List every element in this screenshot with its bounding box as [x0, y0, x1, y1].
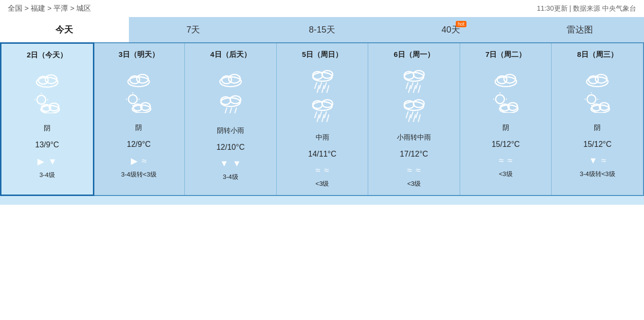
wind-level: 3-4级转<3级 [121, 170, 157, 179]
svg-line-36 [324, 83, 326, 89]
svg-line-44 [320, 112, 322, 118]
weather-desc: 阴转小雨 [217, 126, 244, 135]
weather-icon-bottom [583, 91, 612, 115]
wind-icon-bottom: ≈ [142, 156, 146, 166]
day-label: 8日（周三） [577, 50, 618, 59]
weather-icons [399, 68, 429, 124]
svg-line-34 [315, 83, 317, 89]
wind-level: 3-4级 [223, 173, 238, 181]
breadcrumb: 全国 > 福建 > 平潭 > 城区 [8, 4, 91, 13]
weather-day-4: 6日（周一） 小雨转中雨 17/12°C [368, 43, 460, 195]
wind-icon-top: ≈ [407, 165, 412, 176]
weather-day-1: 3日（明天） 阴 12/9°C ▶ ≈ 3-4级转<3级 [93, 43, 185, 195]
bottom-tab [0, 196, 644, 205]
wind-icons: ≈ ≈ [316, 165, 329, 176]
svg-line-57 [418, 86, 420, 92]
tab-radar[interactable]: 雷达图 [515, 17, 644, 42]
weather-icons [124, 68, 153, 115]
day-label: 7日（周二） [485, 50, 526, 59]
svg-line-28 [225, 108, 227, 113]
svg-line-53 [411, 83, 413, 89]
svg-line-54 [416, 83, 418, 89]
wind-icon-bottom: ≈ [601, 156, 606, 166]
temp: 15/12°C [492, 140, 520, 149]
weather-icons [308, 68, 337, 124]
breadcrumb-text: 全国 > 福建 > 平潭 > 城区 [8, 4, 91, 12]
weather-icon-bottom [124, 91, 153, 115]
svg-line-37 [317, 86, 319, 92]
day-label: 3日（明天） [119, 50, 159, 59]
svg-line-63 [416, 112, 418, 118]
update-info-text: 11:30更新 | 数据来源 中央气象台 [537, 4, 636, 12]
wind-icons: ▶ ≈ [131, 156, 146, 166]
svg-line-46 [317, 115, 319, 122]
svg-line-35 [320, 83, 322, 89]
weather-grid: 2日（今天） 阴 13/9°C ▶ ▼ 3-4级 3日（明天） [0, 42, 644, 196]
svg-point-81 [587, 95, 596, 104]
weather-icon-top [216, 68, 245, 89]
weather-day-3: 5日（周日） 中雨 14/11°C ≈ [277, 43, 369, 195]
weather-icon-bottom [491, 91, 520, 115]
wind-level: <3级 [407, 179, 421, 188]
wind-level: 3-4级转<3级 [580, 170, 615, 178]
weather-day-6: 8日（周三） 阴 15/12°C ▼ ≈ 3-4级转<3级 [552, 43, 643, 195]
svg-line-52 [406, 83, 408, 89]
svg-line-38 [322, 86, 324, 92]
wind-icon-top: ▶ [37, 156, 44, 167]
weather-desc: 阴 [44, 124, 51, 133]
weather-day-2: 4日（后天） 阴转小雨 12/10°C ▼ ▼ 3-4级 [185, 43, 277, 195]
svg-line-66 [418, 115, 420, 122]
svg-line-55 [409, 86, 411, 92]
tab-8-15[interactable]: 8-15天 [258, 17, 387, 42]
wind-icons: ≈ ≈ [499, 156, 513, 166]
weather-desc: 中雨 [316, 133, 329, 142]
tab-40days[interactable]: 40天hot [386, 17, 515, 42]
weather-icon-bottom [216, 91, 245, 118]
day-label: 2日（今天） [27, 51, 67, 60]
temp: 15/12°C [583, 140, 611, 149]
wind-icon-bottom: ▼ [233, 159, 241, 169]
wind-icon-bottom: ≈ [416, 165, 421, 176]
svg-point-70 [496, 95, 504, 104]
weather-desc: 阴 [135, 124, 142, 132]
weather-icon-bottom [33, 92, 62, 115]
weather-icon-bottom [308, 97, 337, 124]
weather-icon-top [399, 68, 429, 95]
wind-icon-bottom: ≈ [508, 156, 513, 166]
wind-icon-top: ▼ [220, 159, 229, 169]
svg-line-62 [411, 112, 413, 118]
hot-badge: hot [456, 21, 466, 27]
temp: 12/10°C [216, 143, 245, 152]
weather-icon-top [583, 68, 612, 89]
svg-line-65 [413, 115, 415, 122]
temp: 17/12°C [400, 150, 428, 159]
weather-icon-bottom [399, 97, 429, 124]
weather-icon-top [124, 68, 153, 89]
svg-line-39 [327, 86, 329, 92]
temp: 14/11°C [308, 150, 337, 159]
wind-icons: ▼ ≈ [589, 156, 606, 166]
weather-icons [33, 69, 62, 115]
svg-point-3 [37, 95, 46, 104]
weather-icon-top [33, 69, 62, 90]
weather-icon-top [491, 68, 520, 89]
wind-level: 3-4级 [39, 171, 55, 179]
wind-icon-top: ▶ [131, 156, 138, 166]
wind-icon-top: ≈ [316, 165, 321, 176]
svg-point-14 [128, 95, 137, 104]
weather-icon-top [308, 68, 337, 95]
tab-today[interactable]: 今天 [0, 17, 129, 42]
svg-line-56 [413, 86, 415, 92]
svg-line-47 [322, 115, 324, 122]
wind-icons: ▶ ▼ [37, 156, 57, 167]
wind-icons: ▼ ▼ [220, 159, 241, 169]
weather-desc: 阴 [594, 124, 601, 132]
svg-line-43 [315, 112, 317, 118]
wind-level: <3级 [499, 170, 513, 178]
weather-desc: 阴 [502, 124, 509, 132]
svg-line-45 [324, 112, 326, 118]
day-label: 4日（后天） [210, 50, 250, 59]
tab-7days[interactable]: 7天 [129, 17, 258, 42]
update-info: 11:30更新 | 数据来源 中央气象台 [537, 4, 636, 13]
tabs-row: 今天7天8-15天40天hot雷达图 [0, 17, 644, 42]
